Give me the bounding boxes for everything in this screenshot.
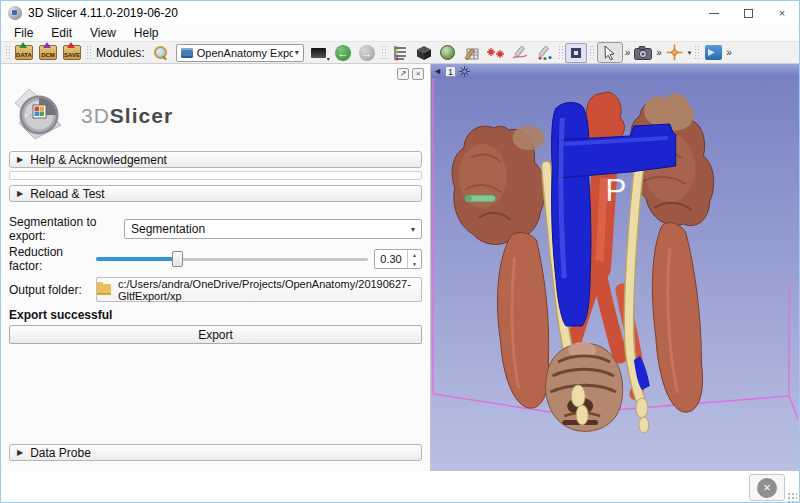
minimize-button[interactable] [697,1,731,25]
resize-grip[interactable] [787,492,797,502]
load-data-icon: DATA [15,45,33,60]
close-icon: × [416,69,421,78]
green-sphere-icon [440,45,455,60]
toolbar-handle [589,45,594,60]
module-selector[interactable]: OpenAnatomy Export ▾ [176,44,304,62]
view-number-label: 1 [445,66,456,77]
close-circle-icon: × [757,478,777,498]
title-bar: 3D Slicer 4.11.0-2019-06-20 × [1,1,799,25]
module-panel: ↗ × 3DSlicer [1,64,431,471]
slicer-logo-icon [9,87,71,145]
collapse-arrow-icon: ▶ [17,189,23,198]
module-forward-button[interactable]: → [356,42,378,63]
crosshair-icon [666,44,683,61]
reduction-spinbox[interactable]: 0.30 ▲ ▼ [374,249,422,269]
translation-handle[interactable] [465,195,496,202]
toolbar-handle [381,45,386,60]
mouse-interaction-button[interactable] [597,42,623,63]
menu-file[interactable]: File [5,26,42,40]
view-controls-icon[interactable] [459,66,470,77]
panel-close-button[interactable]: × [412,68,424,80]
cursor-arrow-icon [603,45,616,60]
markups-color-button[interactable] [533,42,555,63]
segmentation-selector[interactable]: Segmentation ▾ [124,219,422,239]
markups-line-button[interactable] [509,42,531,63]
threed-scene[interactable]: P [431,78,799,471]
segmentation-label: Segmentation to export: [9,215,124,243]
extensions-button[interactable] [702,42,724,63]
slicer-logo-text: 3DSlicer [81,104,173,128]
save-button[interactable]: SAVE [61,42,83,63]
reduction-slider[interactable] [96,249,368,269]
error-log-close-button[interactable]: × [749,474,785,501]
section-data-probe[interactable]: ▶ Data Probe [9,444,422,461]
slicer-app-icon [8,6,22,20]
overflow-chevron-icon[interactable]: » [726,47,732,58]
volumes-button[interactable] [461,42,483,63]
output-folder-row: Output folder: c:/Users/andra/OneDrive/P… [9,277,422,302]
module-icon [181,48,193,58]
dropdown-chevron-icon[interactable]: ▾ [688,49,692,57]
toolbar-handle [694,45,699,60]
panel-corner-buttons: ↗ × [397,68,424,80]
search-icon [154,46,167,59]
export-button[interactable]: Export [9,325,422,344]
load-data-button[interactable]: DATA [13,42,35,63]
window-title: 3D Slicer 4.11.0-2019-06-20 [28,6,178,20]
layout-icon [571,48,581,58]
section-reload-test[interactable]: ▶ Reload & Test [9,185,422,202]
export-status-message: Export successful [9,308,422,322]
module-search-button[interactable] [150,42,172,63]
module-history-button[interactable]: ▾ [308,42,330,63]
module-list-button[interactable] [389,42,411,63]
collapse-arrow-icon: ▶ [17,155,23,164]
output-folder-button[interactable]: c:/Users/andra/OneDrive/Projects/OpenAna… [96,277,422,302]
crosshair-button[interactable] [664,42,686,63]
chevron-down-icon: ▾ [411,225,415,234]
spin-down-button[interactable]: ▼ [408,259,421,268]
dicom-icon: DCM [39,45,57,60]
menu-bar: File Edit View Help [1,25,799,41]
toolbar-handle [5,45,10,60]
spin-up-button[interactable]: ▲ [408,250,421,259]
volume-rendering-button[interactable] [413,42,435,63]
dicom-button[interactable]: DCM [37,42,59,63]
output-folder-label: Output folder: [9,283,96,297]
threed-view: ◄ 1 [431,64,799,471]
module-selector-value: OpenAnatomy Export [197,47,293,59]
forward-arrow-icon: → [359,45,375,61]
left-kidney-model [452,126,545,244]
folder-icon [97,284,111,295]
back-arrow-icon: ← [335,45,351,61]
models-button[interactable] [437,42,459,63]
dark-cube-icon [416,45,432,61]
window-controls: × [697,1,799,25]
save-icon: SAVE [63,45,81,60]
overflow-chevron-icon[interactable]: » [656,47,662,58]
transforms-button[interactable] [485,42,507,63]
panel-popout-button[interactable]: ↗ [397,68,409,80]
grid-pen-icon [464,45,480,61]
maximize-button[interactable] [731,1,765,25]
overflow-chevron-icon[interactable]: » [625,47,631,58]
extensions-icon [705,45,722,60]
layout-selector-button[interactable] [565,43,587,63]
collapse-arrow-icon: ▶ [17,448,23,457]
output-folder-path: c:/Users/andra/OneDrive/Projects/OpenAna… [118,278,421,302]
pencil-line-icon [512,46,528,60]
popout-icon: ↗ [400,69,407,78]
reduction-row: Reduction factor: 0.30 ▲ ▼ [9,245,422,273]
screenshot-button[interactable] [632,42,654,63]
menu-help[interactable]: Help [125,26,168,40]
maximize-icon [744,9,753,18]
close-button[interactable]: × [765,1,799,25]
reduction-label: Reduction factor: [9,245,96,273]
pin-icon[interactable]: ◄ [433,64,442,78]
menu-view[interactable]: View [81,26,125,40]
slider-handle[interactable] [172,251,183,267]
pencil-color-icon [536,46,552,60]
toolbar-handle [86,45,91,60]
menu-edit[interactable]: Edit [42,26,81,40]
section-help-acknowledgement[interactable]: ▶ Help & Acknowledgement [9,151,422,168]
module-back-button[interactable]: ← [332,42,354,63]
